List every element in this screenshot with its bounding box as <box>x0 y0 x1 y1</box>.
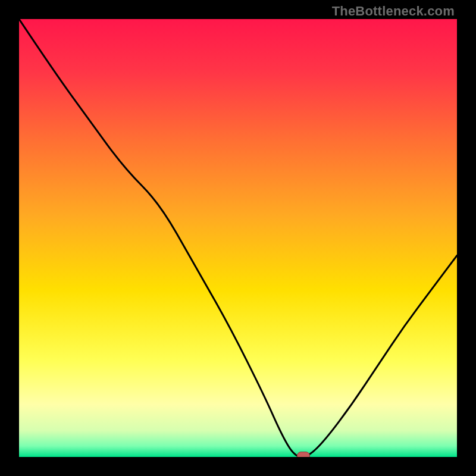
chart-frame: TheBottleneck.com <box>0 0 476 476</box>
svg-rect-0 <box>19 19 457 457</box>
plot-area <box>19 19 457 457</box>
watermark-text: TheBottleneck.com <box>332 4 455 19</box>
background-gradient <box>19 19 457 457</box>
optimal-marker <box>297 452 310 457</box>
